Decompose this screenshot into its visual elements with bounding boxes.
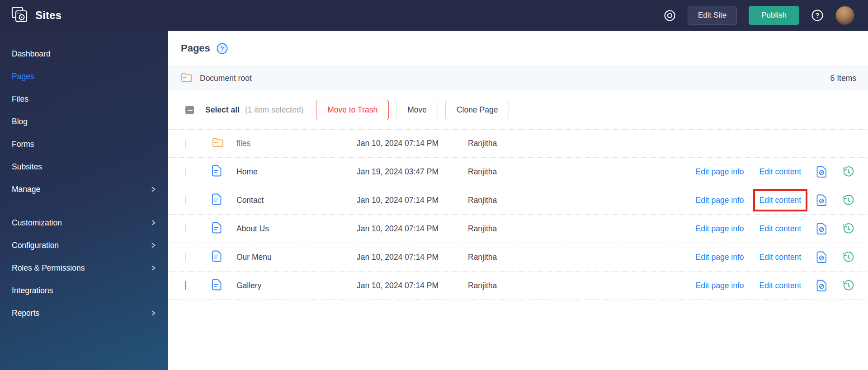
select-all-checkbox[interactable] (185, 106, 194, 114)
chevron-right-icon (151, 242, 156, 248)
row-actions: Edit page info Edit content (696, 166, 854, 178)
sidebar-item-label: Dashboard (12, 49, 51, 59)
edit-site-button[interactable]: Edit Site (688, 6, 737, 25)
page-name[interactable]: Our Menu (236, 253, 357, 262)
chevron-right-icon (151, 186, 156, 192)
sidebar-item-label: Pages (12, 72, 34, 81)
edit-page-info-link[interactable]: Edit page info (696, 253, 744, 262)
row-checkbox[interactable] (185, 224, 186, 233)
page-icon (212, 250, 222, 264)
sidebar-item-label: Reports (12, 309, 39, 318)
table-row: Contact Jan 10, 2024 07:14 PM Ranjitha E… (168, 186, 868, 215)
help-circle-icon[interactable]: ? (217, 43, 228, 54)
version-history-icon[interactable] (842, 223, 854, 235)
selection-status: (1 item selected) (245, 105, 303, 115)
edit-content-link[interactable]: Edit content (760, 281, 801, 290)
modified-date: Jan 10, 2024 07:14 PM (357, 281, 468, 290)
folder-open-icon (181, 72, 193, 84)
user-avatar[interactable] (835, 6, 854, 25)
svg-text:?: ? (220, 45, 224, 52)
sidebar-item-roles-permissions[interactable]: Roles & Permissions (0, 257, 168, 279)
edit-page-info-link[interactable]: Edit page info (696, 281, 744, 290)
sidebar-item-files[interactable]: Files (0, 88, 168, 110)
owner-name: Ranjitha (468, 224, 696, 234)
help-icon[interactable]: ? (811, 9, 824, 22)
top-header: Sites Edit Site Publish ? (0, 0, 868, 31)
sidebar-item-subsites[interactable]: Subsites (0, 155, 168, 178)
table-row: About Us Jan 10, 2024 07:14 PM Ranjitha … (168, 215, 868, 243)
sidebar-item-configuration[interactable]: Configuration (0, 234, 168, 257)
owner-name: Ranjitha (468, 253, 696, 262)
sidebar-item-manage[interactable]: Manage (0, 178, 168, 201)
page-unpublish-icon[interactable] (816, 166, 827, 178)
sidebar-item-label: Forms (12, 140, 34, 149)
chevron-right-icon (151, 265, 156, 271)
row-checkbox[interactable] (185, 281, 186, 290)
version-history-icon[interactable] (842, 280, 854, 292)
edit-content-link[interactable]: Edit content (760, 224, 801, 234)
sidebar-item-reports[interactable]: Reports (0, 302, 168, 324)
page-name[interactable]: Home (236, 167, 357, 177)
sites-logo-icon (11, 6, 28, 25)
page-icon (212, 279, 222, 292)
svg-text:?: ? (816, 12, 820, 19)
page-name[interactable]: Contact (236, 196, 357, 205)
page-unpublish-icon[interactable] (816, 194, 827, 206)
row-actions: Edit page info Edit content (696, 194, 854, 206)
publish-button[interactable]: Publish (749, 6, 799, 25)
owner-name: Ranjitha (468, 196, 696, 205)
page-icon (212, 165, 222, 178)
preview-icon[interactable] (664, 9, 676, 22)
version-history-icon[interactable] (842, 251, 854, 263)
row-checkbox[interactable] (185, 139, 186, 148)
document-root-bar[interactable]: Document root 6 Items (168, 66, 868, 90)
table-row: files Jan 10, 2024 07:14 PM Ranjitha (168, 129, 868, 158)
sidebar-item-label: Files (12, 94, 28, 104)
move-button[interactable]: Move (396, 100, 438, 120)
table-row: Gallery Jan 10, 2024 07:14 PM Ranjitha E… (168, 272, 868, 300)
select-all-label[interactable]: Select all (205, 105, 240, 115)
clone-page-button[interactable]: Clone Page (445, 100, 509, 120)
owner-name: Ranjitha (468, 139, 854, 148)
chevron-right-icon (151, 220, 156, 226)
row-actions: Edit page info Edit content (696, 280, 854, 292)
version-history-icon[interactable] (842, 166, 854, 178)
version-history-icon[interactable] (842, 194, 854, 206)
page-name[interactable]: Gallery (236, 281, 357, 290)
edit-page-info-link[interactable]: Edit page info (696, 196, 744, 205)
page-unpublish-icon[interactable] (816, 223, 827, 235)
edit-content-link[interactable]: Edit content (760, 167, 801, 177)
sidebar-item-label: Blog (12, 117, 28, 126)
sidebar-item-blog[interactable]: Blog (0, 110, 168, 133)
sidebar: Dashboard Pages Files Blog Forms Subsite… (0, 31, 168, 370)
items-count: 6 Items (830, 74, 856, 83)
sidebar-item-forms[interactable]: Forms (0, 133, 168, 155)
page-title-bar: Pages ? (168, 31, 868, 66)
main-content: Pages ? Document root 6 Items Select all (168, 31, 868, 370)
modified-date: Jan 19, 2024 03:47 PM (357, 167, 468, 177)
row-checkbox[interactable] (185, 167, 186, 176)
sidebar-item-pages[interactable]: Pages (0, 65, 168, 88)
document-root-label: Document root (200, 74, 252, 83)
page-unpublish-icon[interactable] (816, 280, 827, 292)
sidebar-item-customization[interactable]: Customization (0, 211, 168, 234)
owner-name: Ranjitha (468, 167, 696, 177)
sidebar-item-label: Configuration (12, 241, 59, 250)
page-unpublish-icon[interactable] (816, 251, 827, 263)
sidebar-item-label: Roles & Permissions (12, 263, 85, 273)
page-name[interactable]: About Us (236, 224, 357, 234)
page-name[interactable]: files (236, 139, 357, 148)
pages-table: files Jan 10, 2024 07:14 PM Ranjitha (168, 129, 868, 300)
row-checkbox[interactable] (185, 196, 186, 204)
brand: Sites (11, 6, 61, 25)
edit-content-link[interactable]: Edit content (760, 253, 801, 262)
edit-page-info-link[interactable]: Edit page info (696, 167, 744, 177)
sidebar-item-dashboard[interactable]: Dashboard (0, 42, 168, 65)
edit-page-info-link[interactable]: Edit page info (696, 224, 744, 234)
page-icon (212, 193, 222, 207)
row-checkbox[interactable] (185, 253, 186, 261)
sidebar-item-integrations[interactable]: Integrations (0, 279, 168, 302)
move-to-trash-button[interactable]: Move to Trash (316, 100, 389, 120)
sidebar-item-label: Manage (12, 185, 40, 194)
edit-content-link[interactable]: Edit content (760, 196, 801, 205)
